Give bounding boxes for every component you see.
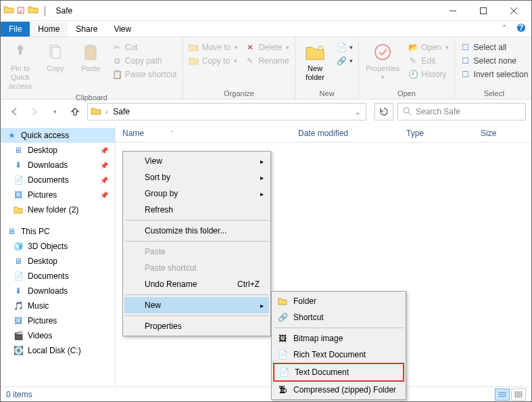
content-area: ★ Quick access 🖥Desktop📌 ⬇Downloads📌 📄Do… bbox=[1, 124, 531, 386]
copy-path-button[interactable]: ⧉Copy path bbox=[110, 55, 178, 67]
select-none-icon: ☐ bbox=[460, 55, 471, 66]
ctx-properties[interactable]: Properties bbox=[124, 318, 269, 334]
paste-button[interactable]: Paste bbox=[75, 40, 106, 92]
select-all-button[interactable]: ☐Select all bbox=[459, 41, 530, 53]
back-button[interactable] bbox=[6, 104, 22, 120]
ctx-refresh[interactable]: Refresh bbox=[124, 202, 269, 218]
recent-dropdown[interactable]: ▾ bbox=[47, 104, 63, 120]
move-to-button[interactable]: Move to▾ bbox=[187, 41, 240, 53]
folder-icon bbox=[3, 4, 14, 17]
tab-home[interactable]: Home bbox=[30, 22, 68, 37]
column-date-modified[interactable]: Date modified bbox=[291, 129, 400, 138]
pin-icon: 📌 bbox=[100, 192, 112, 199]
tab-view[interactable]: View bbox=[105, 22, 139, 37]
history-button[interactable]: 🕘History bbox=[406, 68, 450, 81]
tab-file[interactable]: File bbox=[1, 22, 30, 37]
column-size[interactable]: Size bbox=[474, 129, 521, 138]
search-box[interactable] bbox=[397, 103, 526, 120]
tab-share[interactable]: Share bbox=[68, 22, 105, 37]
maximize-button[interactable] bbox=[468, 1, 498, 21]
submenu-arrow-icon: ▸ bbox=[260, 190, 264, 198]
checkbox-icon[interactable]: ☑ bbox=[17, 5, 25, 16]
new-rtf[interactable]: 📄Rich Text Document bbox=[273, 347, 404, 363]
ctx-customize[interactable]: Customize this folder... bbox=[124, 223, 269, 239]
search-input[interactable] bbox=[416, 107, 521, 116]
ctx-undo-rename[interactable]: Undo RenameCtrl+Z bbox=[124, 276, 269, 292]
sidebar-item-local-disk[interactable]: 💽Local Disk (C:) bbox=[1, 343, 115, 358]
desktop-icon: 🖥 bbox=[13, 256, 24, 267]
ctx-group-by[interactable]: Group by▸ bbox=[124, 185, 269, 202]
new-item-button[interactable]: 📄▾ bbox=[335, 41, 354, 53]
navigation-pane[interactable]: ★ Quick access 🖥Desktop📌 ⬇Downloads📌 📄Do… bbox=[1, 124, 116, 386]
pin-icon: 📌 bbox=[100, 177, 112, 184]
thumbnails-view-button[interactable] bbox=[511, 388, 526, 401]
documents-icon: 📄 bbox=[13, 175, 24, 185]
select-none-button[interactable]: ☐Select none bbox=[459, 55, 530, 67]
pin-quick-access-button[interactable]: Pin to Quick access bbox=[5, 40, 36, 92]
qat-dropdown-icon[interactable]: │ bbox=[41, 6, 49, 16]
cut-button[interactable]: ✂Cut bbox=[110, 41, 178, 53]
ctx-view[interactable]: View▸ bbox=[124, 153, 269, 169]
desktop-icon: 🖥 bbox=[13, 145, 24, 156]
new-zip[interactable]: 🗜Compressed (zipped) Folder bbox=[273, 382, 404, 398]
svg-rect-9 bbox=[88, 45, 93, 48]
sidebar-item-new-folder[interactable]: New folder (2) bbox=[1, 202, 115, 217]
column-name[interactable]: Nameˆ bbox=[116, 129, 291, 138]
sidebar-item-videos[interactable]: 🎬Videos bbox=[1, 328, 115, 343]
details-view-button[interactable] bbox=[495, 388, 510, 401]
sidebar-item-3d-objects[interactable]: 🧊3D Objects bbox=[1, 239, 115, 254]
up-button[interactable] bbox=[67, 104, 83, 120]
group-label-open: Open bbox=[363, 88, 450, 97]
forward-button[interactable] bbox=[26, 104, 43, 120]
submenu-arrow-icon: ▸ bbox=[260, 302, 264, 309]
delete-button[interactable]: ✕Delete▾ bbox=[243, 41, 291, 53]
invert-selection-button[interactable]: ☐Invert selection bbox=[459, 68, 530, 81]
new-folder[interactable]: Folder bbox=[273, 293, 404, 309]
sidebar-item-downloads[interactable]: ⬇Downloads📌 bbox=[1, 158, 115, 173]
sort-indicator-icon: ˆ bbox=[171, 130, 173, 137]
column-type[interactable]: Type bbox=[400, 129, 474, 138]
sidebar-item-pictures-pc[interactable]: 🖼Pictures bbox=[1, 313, 115, 328]
sidebar-item-documents-pc[interactable]: 📄Documents bbox=[1, 269, 115, 284]
svg-rect-7 bbox=[52, 47, 60, 58]
sidebar-quick-access[interactable]: ★ Quick access bbox=[1, 128, 115, 143]
disk-icon: 💽 bbox=[13, 345, 24, 356]
help-icon[interactable]: ? bbox=[511, 23, 531, 35]
sidebar-this-pc[interactable]: 🖥This PC bbox=[1, 224, 115, 239]
copy-to-icon bbox=[189, 55, 199, 66]
copy-to-button[interactable]: Copy to▾ bbox=[187, 55, 240, 67]
file-list-pane[interactable]: Nameˆ Date modified Type Size This folde… bbox=[116, 124, 531, 386]
address-dropdown-icon[interactable]: ⌄ bbox=[352, 108, 363, 116]
properties-button[interactable]: Properties▾ bbox=[363, 40, 402, 88]
collapse-ribbon-icon[interactable]: ˆ bbox=[498, 24, 511, 34]
svg-rect-19 bbox=[515, 395, 518, 397]
new-text-document[interactable]: 📄Text Document bbox=[273, 363, 404, 382]
pictures-icon: 🖼 bbox=[13, 315, 24, 326]
easy-access-button[interactable]: 🔗▾ bbox=[335, 55, 354, 67]
close-button[interactable] bbox=[498, 1, 529, 21]
minimize-button[interactable] bbox=[437, 1, 468, 21]
ribbon-group-new: New folder 📄▾ 🔗▾ New bbox=[295, 37, 359, 99]
address-segment[interactable]: Safe bbox=[112, 107, 131, 116]
paste-shortcut-button[interactable]: 📋Paste shortcut bbox=[110, 68, 178, 81]
address-input[interactable]: › Safe ⌄ bbox=[87, 103, 366, 120]
copy-path-icon: ⧉ bbox=[112, 55, 122, 66]
new-bitmap[interactable]: 🖼Bitmap image bbox=[273, 330, 404, 347]
pin-icon: 📌 bbox=[100, 162, 112, 169]
open-button[interactable]: 📂Open▾ bbox=[406, 41, 450, 53]
refresh-button[interactable] bbox=[374, 103, 393, 120]
sidebar-item-documents[interactable]: 📄Documents📌 bbox=[1, 173, 115, 187]
edit-button[interactable]: ✎Edit bbox=[406, 55, 450, 67]
sidebar-item-pictures[interactable]: 🖼Pictures📌 bbox=[1, 187, 115, 202]
rename-button[interactable]: ✎Rename bbox=[243, 55, 291, 67]
sidebar-item-desktop-pc[interactable]: 🖥Desktop bbox=[1, 254, 115, 269]
copy-button[interactable]: Copy bbox=[40, 40, 71, 92]
sidebar-item-downloads-pc[interactable]: ⬇Downloads bbox=[1, 284, 115, 298]
new-shortcut[interactable]: 🔗Shortcut bbox=[273, 309, 404, 326]
sidebar-item-music[interactable]: 🎵Music bbox=[1, 298, 115, 313]
ctx-new[interactable]: New▸ bbox=[124, 297, 269, 313]
address-bar: ▾ › Safe ⌄ bbox=[1, 99, 531, 124]
new-folder-button[interactable]: New folder bbox=[299, 40, 331, 88]
sidebar-item-desktop[interactable]: 🖥Desktop📌 bbox=[1, 143, 115, 158]
ctx-sort-by[interactable]: Sort by▸ bbox=[124, 169, 269, 185]
